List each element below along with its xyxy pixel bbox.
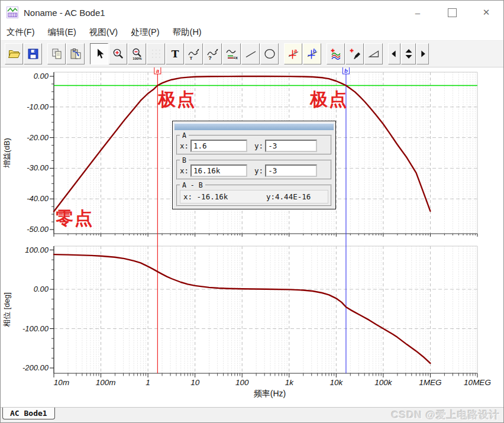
zoom-in-button[interactable] — [109, 43, 127, 64]
cursor-a-y-label: y: — [254, 141, 263, 150]
menu-process[interactable]: 处理(P) — [131, 27, 159, 38]
arrow-left-icon — [389, 47, 400, 60]
y-tick-label: -200.00 — [22, 363, 49, 372]
cursor-b-y-input[interactable] — [265, 164, 317, 177]
curve-info-button[interactable]: ? — [203, 43, 222, 64]
svg-text:100%: 100% — [133, 57, 142, 60]
cursor-b-group: B x: y: — [176, 156, 332, 180]
cursor-b-y-label: y: — [254, 166, 263, 175]
circle-icon — [263, 47, 276, 60]
cursor-flag-label-b: b — [344, 67, 348, 74]
cursor-b-x-label: x: — [180, 166, 189, 175]
y-axis-title: 相位 [deg] — [2, 292, 11, 328]
y-tick-label: -100.00 — [22, 324, 49, 333]
x-tick-label: 10m — [54, 378, 69, 387]
y-tick-label: 100.00 — [25, 246, 49, 254]
pointer-button[interactable] — [90, 43, 108, 64]
cursor-a-button[interactable]: a — [284, 43, 302, 64]
cursor-a-x-label: x: — [180, 141, 189, 150]
page-spinner[interactable] — [401, 43, 416, 64]
close-button[interactable]: ✕ — [469, 1, 503, 24]
marker-style-button[interactable] — [364, 43, 383, 64]
watermark: CSDN @爱上电路设计 — [392, 408, 500, 422]
next-page-button[interactable] — [416, 43, 429, 64]
cursor-b-legend: B — [180, 156, 189, 164]
save-button[interactable] — [24, 43, 42, 64]
add-marker-button[interactable] — [345, 43, 364, 64]
menu-file[interactable]: 文件(F) — [7, 27, 35, 38]
toolbar: 100%TT?=xab — [1, 41, 503, 67]
y-tick-label: 0.00 — [34, 285, 49, 293]
y-tick-label: 0.00 — [34, 72, 49, 80]
minimize-button[interactable]: – — [400, 1, 435, 24]
cursor-b-icon: b — [306, 47, 319, 60]
x-tick-label: 100k — [374, 378, 393, 387]
prev-page-button[interactable] — [388, 43, 400, 64]
window-title: Noname - AC Bode1 — [24, 8, 105, 18]
y-tick-label: -20.00 — [27, 133, 49, 142]
svg-text:a: a — [293, 48, 296, 54]
label-curve-button[interactable]: T — [185, 43, 203, 64]
draw-circle-button[interactable] — [260, 43, 279, 64]
save-icon — [27, 47, 40, 60]
cursor-a-y-input[interactable] — [265, 140, 317, 152]
cursor-a-group: A x: y: — [176, 131, 332, 155]
cursor-a-icon: a — [287, 47, 300, 60]
status-bar: AC Bode1 CSDN @爱上电路设计 — [1, 407, 503, 422]
cursor-a-x-input[interactable] — [190, 140, 247, 152]
x-tick-label: 1 — [146, 378, 150, 387]
panel-title-bar[interactable] — [175, 123, 334, 130]
y-tick-label: -30.00 — [27, 163, 49, 172]
grid-button[interactable] — [147, 43, 165, 64]
grid-icon — [150, 47, 163, 60]
svg-text:b: b — [312, 48, 316, 54]
triangle-marker-icon — [367, 47, 380, 60]
svg-text:?: ? — [208, 55, 212, 60]
annotation-pole-b[interactable]: 极点 — [310, 91, 348, 108]
menu-help[interactable]: 帮助(H) — [173, 27, 202, 38]
draw-line-button[interactable] — [241, 43, 260, 64]
curve-legend-button[interactable]: =x — [222, 43, 241, 64]
copy-icon — [50, 47, 63, 60]
svg-text:T: T — [171, 48, 179, 60]
paste-button[interactable] — [66, 43, 85, 64]
zoom-out-100-icon: 100% — [131, 47, 144, 60]
menu-view[interactable]: 视图(V) — [89, 27, 118, 38]
cursor-diff-group: A - B x: -16.16k y:4.44E-16 — [176, 181, 332, 206]
arrow-right-icon — [417, 47, 428, 60]
x-tick-label: 100m — [96, 378, 116, 387]
menu-edit[interactable]: 编辑(E) — [48, 27, 76, 38]
phase-curve[interactable] — [54, 254, 430, 363]
cursor-b-x-input[interactable] — [190, 164, 247, 177]
maximize-button[interactable] — [435, 1, 469, 24]
y-axis-title: 增益(dB) — [2, 138, 11, 169]
pointer-icon — [93, 47, 106, 60]
x-tick-label: 10k — [329, 378, 343, 387]
x-axis-title: 频率(Hz) — [254, 389, 286, 398]
x-tick-label: 10MEG — [464, 378, 491, 387]
x-tick-label: 100 — [235, 378, 249, 387]
window-controls: – ✕ — [400, 1, 503, 24]
x-tick-label: 1k — [285, 378, 295, 387]
open-icon — [8, 47, 21, 60]
app-icon — [7, 7, 18, 18]
menu-bar: 文件(F) 编辑(E) 视图(V) 处理(P) 帮助(H) — [1, 24, 503, 41]
zoom-in-icon — [112, 47, 125, 60]
app-window: 0.00-10.00-20.00-30.00-40.00-50.00增益(dB)… — [0, 0, 504, 423]
annotation-pole-a[interactable]: 极点 — [158, 91, 196, 108]
cursor-b-button[interactable]: b — [303, 43, 321, 64]
open-button[interactable] — [5, 43, 23, 64]
cursor-diff-legend: A - B — [180, 181, 205, 189]
add-marker-icon — [348, 47, 361, 60]
text-icon: T — [169, 47, 182, 60]
tab-ac-bode1[interactable]: AC Bode1 — [2, 408, 55, 419]
cursor-measure-panel[interactable]: A x: y: B x: y: A - B x: -16.16k y:4.44E… — [172, 121, 336, 209]
zoom-100-button[interactable]: 100% — [128, 43, 146, 64]
x-tick-label: 10 — [190, 378, 200, 387]
y-tick-label: -50.00 — [27, 225, 49, 234]
svg-text:=x: =x — [233, 56, 238, 60]
copy-button[interactable] — [47, 43, 66, 64]
add-curves-button[interactable] — [327, 43, 345, 64]
annotation-zero[interactable]: 零点 — [56, 209, 93, 227]
text-button[interactable]: T — [166, 43, 184, 64]
